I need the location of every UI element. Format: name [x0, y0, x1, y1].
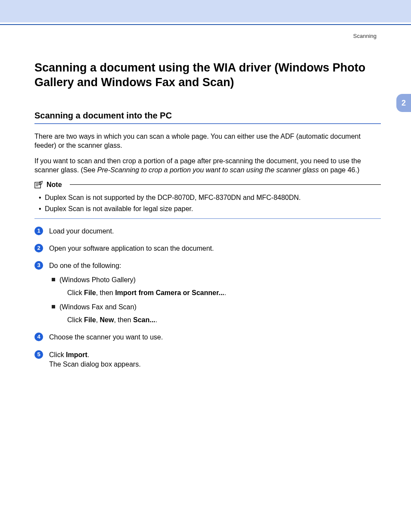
t: Click: [67, 289, 84, 296]
note-icon: [34, 181, 43, 189]
step-text: Load your document.: [49, 227, 114, 235]
intro-paragraph-1: There are two ways in which you can scan…: [34, 132, 381, 150]
page-title: Scanning a document using the WIA driver…: [34, 61, 381, 90]
note-header-rule: [70, 184, 381, 185]
step-5: Click Import. The Scan dialog box appear…: [34, 350, 381, 370]
intro-paragraph-2: If you want to scan and then crop a port…: [34, 156, 381, 175]
option-label: (Windows Fax and Scan): [59, 303, 137, 311]
running-head: Scanning: [34, 33, 377, 39]
step-text: Open your software application to scan t…: [49, 245, 214, 252]
step-3: Do one of the following: (Windows Photo …: [34, 261, 381, 325]
step-4: Choose the scanner you want to use.: [34, 333, 381, 342]
menu-file: File: [84, 289, 96, 296]
header-band: [0, 0, 411, 22]
step-lead: Do one of the following:: [49, 262, 121, 269]
section-heading-row: Scanning a document into the PC: [34, 111, 381, 121]
note-header: Note: [34, 181, 381, 189]
note-label: Note: [47, 181, 62, 189]
menu-import: Import from Camera or Scanner...: [115, 289, 224, 296]
menu-file: File: [84, 316, 96, 324]
note-item: Duplex Scan is not supported by the DCP-…: [39, 193, 381, 202]
t: Click: [49, 351, 66, 358]
menu-scan: Scan...: [133, 316, 156, 324]
option-instruction: Click File, New, then Scan....: [59, 315, 381, 325]
chapter-tab: 2: [396, 94, 411, 112]
step-5-result: The Scan dialog box appears.: [49, 361, 141, 368]
cross-ref-link[interactable]: Pre-Scanning to crop a portion you want …: [97, 166, 319, 174]
step-3-options: (Windows Photo Gallery) Click File, then…: [49, 275, 381, 325]
note-list: Duplex Scan is not supported by the DCP-…: [34, 189, 381, 214]
t: , then: [114, 316, 133, 324]
option-instruction: Click File, then Import from Camera or S…: [59, 288, 381, 298]
option-label: (Windows Photo Gallery): [59, 276, 136, 283]
section-rule: [34, 123, 381, 124]
intro-p2-post: on page 46.): [319, 166, 359, 174]
step-2: Open your software application to scan t…: [34, 244, 381, 253]
step-list: Load your document. Open your software a…: [34, 227, 381, 370]
step-1: Load your document.: [34, 227, 381, 236]
import-button-ref: Import: [66, 351, 87, 358]
step-3-option-b: (Windows Fax and Scan) Click File, New, …: [52, 302, 381, 325]
t: .: [224, 289, 226, 296]
section-heading: Scanning a document into the PC: [34, 111, 381, 121]
step-3-option-a: (Windows Photo Gallery) Click File, then…: [52, 275, 381, 298]
step-text: Choose the scanner you want to use.: [49, 333, 163, 341]
note-block: Note Duplex Scan is not supported by the…: [34, 181, 381, 219]
note-item: Duplex Scan is not available for legal s…: [39, 204, 381, 214]
menu-new: New: [100, 316, 114, 324]
t: .: [156, 316, 157, 324]
t: .: [87, 351, 89, 358]
t: Click: [67, 316, 84, 324]
note-end-rule: [34, 218, 381, 219]
page-content: Scanning 2 Scanning a document using the…: [0, 25, 411, 532]
t: ,: [96, 316, 100, 324]
t: , then: [96, 289, 115, 296]
